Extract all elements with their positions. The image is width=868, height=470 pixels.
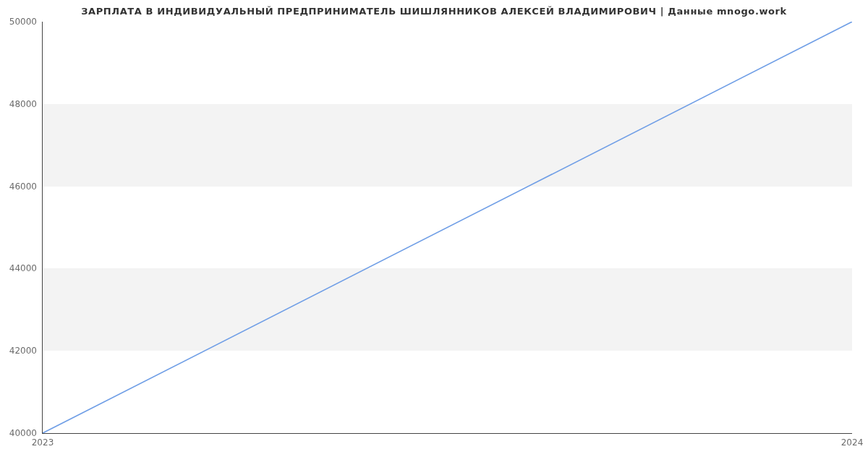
y-tick-label: 48000 <box>9 99 43 109</box>
y-tick-label: 46000 <box>9 181 43 192</box>
x-tick-label: 2023 <box>32 433 54 448</box>
plot-area: 40000420004400046000480005000020232024 <box>42 22 852 434</box>
line-layer <box>43 22 852 433</box>
chart-title: ЗАРПЛАТА В ИНДИВИДУАЛЬНЫЙ ПРЕДПРИНИМАТЕЛ… <box>0 6 868 17</box>
y-tick-label: 50000 <box>9 17 43 27</box>
chart-container: ЗАРПЛАТА В ИНДИВИДУАЛЬНЫЙ ПРЕДПРИНИМАТЕЛ… <box>0 0 868 470</box>
x-tick-label: 2024 <box>841 433 864 448</box>
y-tick-label: 42000 <box>9 346 43 356</box>
data-line <box>43 22 852 433</box>
y-tick-label: 44000 <box>9 263 43 273</box>
